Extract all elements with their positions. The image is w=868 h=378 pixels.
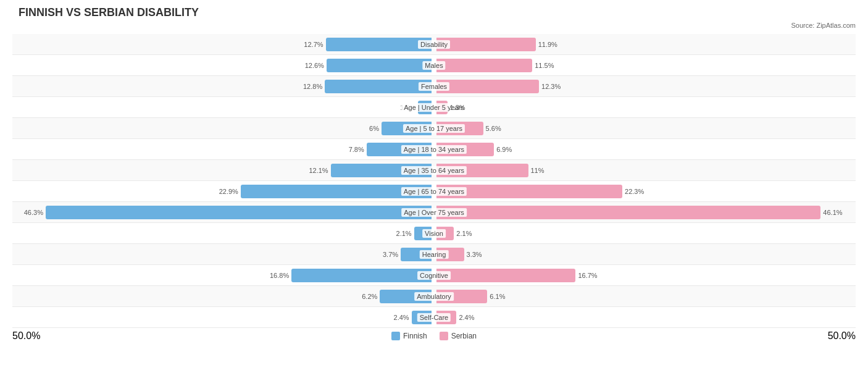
finnish-value: 2.4%: [394, 314, 409, 321]
left-section: 12.6%: [12, 55, 434, 75]
left-section: 16.8%: [12, 265, 434, 285]
finnish-value: 12.1%: [309, 167, 328, 174]
bar-label: Vision: [422, 229, 446, 238]
finnish-value: 6.2%: [362, 293, 377, 300]
bar-row: 22.9%Age | 65 to 74 years22.3%: [12, 181, 856, 202]
serbian-value: 11.5%: [535, 62, 554, 69]
chart-title: FINNISH VS SERBIAN DISABILITY: [12, 6, 856, 19]
serbian-value: 5.6%: [486, 125, 501, 132]
right-section: 5.6%: [434, 118, 856, 138]
right-section: 11.5%: [434, 55, 856, 75]
left-section: 46.3%: [12, 202, 434, 222]
finnish-value: 22.9%: [219, 188, 238, 195]
bar-label: Age | 65 to 74 years: [401, 187, 467, 196]
legend: FinnishSerbian: [391, 332, 477, 340]
serbian-value: 2.1%: [456, 230, 472, 237]
finnish-value: 6%: [369, 125, 379, 132]
bar-row: 12.6%Males11.5%: [12, 55, 856, 76]
legend-color-box: [440, 332, 448, 340]
right-section: 11%: [434, 160, 856, 180]
right-section: 3.3%: [434, 244, 856, 264]
bar-row: 46.3%Age | Over 75 years46.1%: [12, 202, 856, 223]
chart-container: FINNISH VS SERBIAN DISABILITY Source: Zi…: [12, 6, 856, 342]
bar-label: Cognitive: [417, 271, 451, 280]
finnish-value: 3.7%: [383, 251, 398, 258]
finnish-bar: [325, 80, 432, 93]
bar-label: Females: [419, 82, 449, 91]
legend-item: Serbian: [440, 332, 477, 340]
left-section: 22.9%: [12, 181, 434, 201]
finnish-value: 2.1%: [396, 230, 412, 237]
serbian-value: 6.9%: [496, 146, 512, 153]
serbian-value: 6.1%: [490, 293, 505, 300]
right-section: 6.1%: [434, 286, 856, 306]
left-section: 1.6%: [12, 97, 434, 117]
bar-row: 1.6%Age | Under 5 years1.3%: [12, 97, 856, 118]
bar-row: 7.8%Age | 18 to 34 years6.9%: [12, 139, 856, 160]
finnish-bar: [46, 206, 432, 219]
legend-item: Finnish: [391, 332, 427, 340]
bar-label: Age | 35 to 64 years: [401, 166, 467, 175]
bar-label: Self-Care: [417, 313, 451, 322]
finnish-value: 12.8%: [303, 83, 322, 90]
serbian-value: 11%: [531, 167, 545, 174]
finnish-value: 12.6%: [305, 62, 324, 69]
finnish-value: 16.8%: [270, 272, 289, 279]
finnish-value: 46.3%: [24, 209, 43, 216]
left-section: 12.8%: [12, 76, 434, 96]
bar-row: 2.1%Vision2.1%: [12, 223, 856, 244]
right-section: 11.9%: [434, 34, 856, 54]
legend-label: Serbian: [451, 332, 477, 340]
source-label: Source: ZipAtlas.com: [12, 22, 856, 29]
right-section: 2.4%: [434, 307, 856, 327]
serbian-bar: [436, 206, 820, 219]
right-section: 1.3%: [434, 97, 856, 117]
left-section: 6%: [12, 118, 434, 138]
serbian-value: 46.1%: [823, 209, 842, 216]
finnish-bar: [327, 59, 432, 72]
bar-label: Males: [422, 61, 445, 70]
right-section: 12.3%: [434, 76, 856, 96]
bar-row: 6%Age | 5 to 17 years5.6%: [12, 118, 856, 139]
left-section: 2.1%: [12, 223, 434, 243]
left-section: 2.4%: [12, 307, 434, 327]
bar-row: 12.1%Age | 35 to 64 years11%: [12, 160, 856, 181]
right-section: 6.9%: [434, 139, 856, 159]
serbian-value: 11.9%: [538, 41, 557, 48]
footer: 50.0% 50.0% FinnishSerbian: [12, 330, 856, 342]
serbian-value: 16.7%: [578, 272, 597, 279]
axis-right: 50.0%: [828, 330, 856, 342]
bar-label: Hearing: [420, 250, 449, 259]
serbian-value: 12.3%: [541, 83, 561, 90]
left-section: 6.2%: [12, 286, 434, 306]
legend-color-box: [391, 332, 400, 340]
right-section: 46.1%: [434, 202, 856, 222]
serbian-value: 2.4%: [459, 314, 474, 321]
right-section: 22.3%: [434, 181, 856, 201]
serbian-value: 1.3%: [450, 104, 465, 111]
serbian-bar: [436, 38, 536, 51]
finnish-bar: [326, 38, 432, 51]
axis-left: 50.0%: [12, 330, 40, 342]
bar-row: 6.2%Ambulatory6.1%: [12, 286, 856, 307]
serbian-bar: [436, 59, 532, 72]
bar-row: 16.8%Cognitive16.7%: [12, 265, 856, 286]
legend-label: Finnish: [403, 332, 427, 340]
finnish-value: 7.8%: [349, 146, 364, 153]
bar-label: Ambulatory: [414, 292, 454, 301]
bar-label: Age | 18 to 34 years: [401, 145, 467, 154]
left-section: 12.7%: [12, 34, 434, 54]
bar-label: Disability: [418, 40, 450, 49]
serbian-value: 3.3%: [467, 251, 482, 258]
right-section: 2.1%: [434, 223, 856, 243]
bar-label: Age | 5 to 17 years: [403, 124, 465, 133]
bar-label: Age | Over 75 years: [401, 208, 467, 217]
left-section: 12.1%: [12, 160, 434, 180]
serbian-value: 22.3%: [625, 188, 644, 195]
bar-row: 12.7%Disability11.9%: [12, 34, 856, 55]
left-section: 7.8%: [12, 139, 434, 159]
chart-area: 12.7%Disability11.9%12.6%Males11.5%12.8%…: [12, 34, 856, 328]
finnish-bar: [291, 269, 432, 282]
left-section: 3.7%: [12, 244, 434, 264]
finnish-value: 12.7%: [304, 41, 323, 48]
